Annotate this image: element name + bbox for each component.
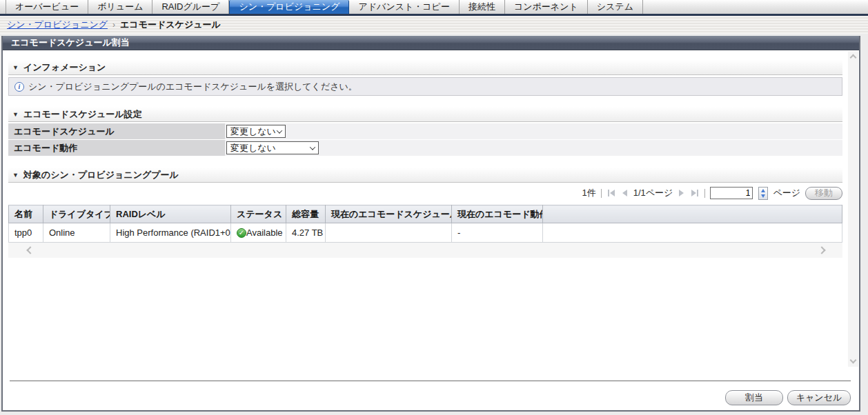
- next-page-button[interactable]: [678, 190, 685, 196]
- chevron-down-icon: [277, 128, 282, 133]
- information-message-box: i シン・プロビジョニングプールのエコモードスケジュールを選択してください。: [8, 77, 842, 96]
- tab-overview[interactable]: オーバービュー: [6, 0, 88, 14]
- breadcrumb-current: エコモードスケジュール: [120, 19, 221, 31]
- tab-component[interactable]: コンポーネント: [505, 0, 588, 14]
- page-title: エコモードスケジュール割当: [3, 36, 859, 50]
- col-header-name[interactable]: 名前: [9, 205, 43, 223]
- chevron-down-icon: [310, 144, 315, 150]
- pagination-bar: 1件 1/1ページ ページ 移動: [8, 183, 842, 203]
- collapse-triangle-icon: ▼: [12, 172, 19, 179]
- scroll-down-icon[interactable]: [850, 357, 857, 364]
- cell-drive-type: Online: [43, 223, 110, 243]
- footer-bar: 割当 キャンセル: [10, 381, 851, 405]
- eco-action-selected-value: 変更しない: [230, 142, 276, 154]
- prev-page-button[interactable]: [621, 190, 629, 196]
- cell-name: tpp0: [9, 223, 43, 243]
- cell-status: ✓ Available: [231, 223, 286, 243]
- tab-thin-provisioning[interactable]: シン・プロビジョニング: [229, 0, 349, 14]
- tab-advanced-copy[interactable]: アドバンスト・コピー: [349, 0, 459, 14]
- eco-action-select[interactable]: 変更しない: [226, 141, 319, 154]
- go-to-page-button[interactable]: 移動: [805, 187, 842, 200]
- section-title: 対象のシン・プロビジョニングプール: [23, 169, 179, 181]
- eco-schedule-selected-value: 変更しない: [230, 125, 276, 138]
- page-status: 1/1ページ: [633, 187, 673, 199]
- col-header-drive-type[interactable]: ドライブタイプ: [43, 205, 110, 223]
- col-header-filler: [543, 205, 842, 223]
- page-number-input[interactable]: [710, 187, 753, 199]
- divider: [601, 189, 602, 198]
- scroll-right-icon[interactable]: [818, 246, 825, 254]
- section-title: インフォメーション: [23, 61, 106, 74]
- form-row-eco-action: エコモード動作 変更しない: [8, 140, 842, 156]
- tab-system[interactable]: システム: [588, 0, 643, 14]
- spinner-up-icon[interactable]: [761, 189, 765, 192]
- tab-raid-group[interactable]: RAIDグループ: [152, 0, 229, 14]
- table-row[interactable]: tpp0 Online High Performance (RAID1+0) ✓…: [9, 223, 842, 243]
- col-header-current-schedule[interactable]: 現在のエコモードスケジュール: [326, 205, 452, 223]
- collapse-triangle-icon: ▼: [12, 111, 19, 118]
- divider: [704, 189, 705, 198]
- vertical-scrollbar[interactable]: [848, 51, 858, 367]
- col-header-capacity[interactable]: 総容量: [286, 205, 326, 223]
- cell-filler: [543, 223, 842, 243]
- first-page-button[interactable]: [606, 190, 616, 196]
- breadcrumb-separator-icon: ›: [112, 20, 115, 30]
- main-panel: エコモードスケジュール割当 ▼ インフォメーション i シン・プロビジョニングプ…: [1, 36, 860, 412]
- form-row-eco-schedule: エコモードスケジュール 変更しない: [8, 123, 842, 139]
- eco-action-label: エコモード動作: [8, 140, 225, 156]
- col-header-status[interactable]: ステータス: [231, 205, 286, 223]
- last-page-button[interactable]: [690, 190, 700, 196]
- cell-capacity: 4.27 TB: [286, 223, 326, 243]
- section-header-information[interactable]: ▼ インフォメーション: [8, 60, 842, 75]
- info-icon: i: [14, 82, 24, 92]
- tab-volume[interactable]: ボリューム: [88, 0, 152, 14]
- panel-content: ▼ インフォメーション i シン・プロビジョニングプールのエコモードスケジュール…: [3, 50, 859, 409]
- spinner-down-icon[interactable]: [761, 194, 765, 198]
- content-area: ▼ インフォメーション i シン・プロビジョニングプールのエコモードスケジュール…: [8, 50, 842, 258]
- page-number-stepper[interactable]: [758, 187, 768, 200]
- record-count: 1件: [582, 187, 595, 199]
- eco-schedule-select[interactable]: 変更しない: [226, 125, 286, 138]
- main-tab-bar: オーバービュー ボリューム RAIDグループ シン・プロビジョニング アドバンス…: [0, 0, 868, 16]
- col-header-raid-level[interactable]: RAIDレベル: [110, 205, 231, 223]
- breadcrumb: シン・プロビジョニング › エコモードスケジュール: [0, 16, 868, 34]
- collapse-triangle-icon: ▼: [12, 64, 19, 71]
- section-header-schedule-settings[interactable]: ▼ エコモードスケジュール設定: [8, 107, 842, 122]
- eco-schedule-label: エコモードスケジュール: [8, 123, 225, 139]
- table-header-row: 名前 ドライブタイプ RAIDレベル ステータス 総容量 現在のエコモードスケジ…: [9, 205, 842, 223]
- cell-raid-level: High Performance (RAID1+0): [110, 223, 231, 243]
- breadcrumb-link-thin-provisioning[interactable]: シン・プロビジョニング: [7, 19, 108, 31]
- cancel-button[interactable]: キャンセル: [787, 390, 851, 405]
- tab-connectivity[interactable]: 接続性: [460, 0, 505, 14]
- scroll-left-icon[interactable]: [26, 246, 34, 254]
- col-header-current-action[interactable]: 現在のエコモード動作: [452, 205, 543, 223]
- status-text: Available: [246, 227, 283, 238]
- cell-current-action: -: [452, 223, 543, 243]
- scroll-up-icon[interactable]: [850, 54, 857, 61]
- pool-table: 名前 ドライブタイプ RAIDレベル ステータス 総容量 現在のエコモードスケジ…: [8, 205, 842, 243]
- section-title: エコモードスケジュール設定: [23, 108, 142, 121]
- horizontal-scrollbar[interactable]: [8, 243, 842, 258]
- page-unit-label: ページ: [773, 187, 800, 199]
- assign-button[interactable]: 割当: [725, 390, 783, 405]
- information-message: シン・プロビジョニングプールのエコモードスケジュールを選択してください。: [28, 81, 357, 93]
- section-header-target-pool[interactable]: ▼ 対象のシン・プロビジョニングプール: [8, 168, 842, 183]
- status-ok-icon: ✓: [237, 228, 246, 238]
- cell-current-schedule: [326, 223, 452, 243]
